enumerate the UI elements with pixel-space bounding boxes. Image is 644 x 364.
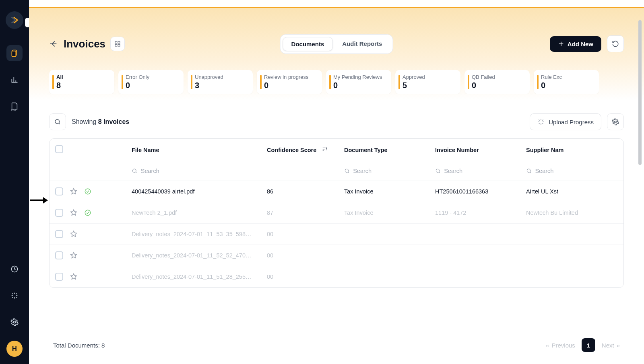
star-icon[interactable] [70,187,78,195]
cell-confidence: 87 [261,202,339,224]
row-checkbox[interactable] [55,273,63,281]
cell-doc-type: Tax Invoice [339,181,429,202]
main-area: Invoices Documents Audit Reports Add New… [29,8,644,364]
cell-file-name: 400425440039 airtel.pdf [126,181,261,202]
cell-file-name: Delivery_notes_2024-07-01_11_51_28_255… [126,266,261,288]
add-new-label: Add New [568,41,593,47]
cell-supplier [520,245,623,266]
svg-rect-6 [115,44,117,46]
status-card-all[interactable]: All8 [49,70,114,94]
col-supplier-name[interactable]: Supplier Nam [520,139,623,161]
search-button[interactable] [49,113,66,130]
star-icon[interactable] [70,251,78,259]
star-icon[interactable] [70,273,78,281]
tab-audit-reports[interactable]: Audit Reports [334,37,390,51]
filter-file-name[interactable] [132,165,256,177]
filter-invoice-number[interactable] [435,165,515,177]
cell-invoice-number: HT25061001166363 [429,181,520,202]
cell-supplier [520,224,623,245]
tab-documents[interactable]: Documents [283,37,333,51]
cell-invoice-number [429,266,520,288]
sidebar-nav-bottom: H [0,261,29,357]
add-new-button[interactable]: Add New [550,36,601,52]
table-row[interactable]: Delivery_notes_2024-07-01_11_51_28_255…0… [50,266,623,288]
status-card-approved[interactable]: Approved5 [395,70,460,94]
status-card-review-in-progress[interactable]: Review in progress0 [257,70,322,94]
cell-supplier: Newtech Bu Limited [520,202,623,224]
sidebar-item-analytics[interactable] [6,72,23,88]
sidebar: PDF H [0,0,29,364]
table-toolbar: Showing 8 Invoices Upload Progress [49,113,644,130]
approved-icon [84,209,91,216]
annotation-arrow [30,192,50,208]
layout-grid-button[interactable] [110,37,125,51]
pager-current[interactable]: 1 [582,338,595,352]
cell-invoice-number: 1119 - 4172 [429,202,520,224]
cell-doc-type [339,245,429,266]
sidebar-item-pdf[interactable]: PDF [6,98,23,114]
sidebar-item-documents[interactable] [6,45,23,61]
cell-supplier [520,266,623,288]
cell-confidence: 00 [261,224,339,245]
cell-supplier: Airtel UL Xst [520,181,623,202]
cell-confidence: 00 [261,266,339,288]
table-settings-button[interactable] [607,113,624,130]
col-doc-type[interactable]: Document Type [339,139,429,161]
table-row[interactable]: Delivery_notes_2024-07-01_11_52_52_470…0… [50,245,623,266]
cell-confidence: 00 [261,245,339,266]
sidebar-item-settings[interactable] [6,314,23,330]
status-filter-strip[interactable]: All8Error Only0Unapproved3Review in prog… [49,70,644,94]
page-title: Invoices [64,38,105,50]
sidebar-item-loading[interactable] [6,288,23,304]
svg-point-11 [345,169,348,172]
table-footer: Total Documents: 8 « Previous 1 Next » [49,331,624,352]
row-checkbox[interactable] [55,251,63,259]
sort-icon [322,146,328,152]
filter-doc-type[interactable] [344,165,424,177]
row-checkbox[interactable] [55,230,63,238]
pager-next[interactable]: Next » [602,342,620,349]
page-scrollbar[interactable] [638,8,642,364]
row-checkbox[interactable] [55,209,63,217]
filter-supplier[interactable] [526,165,618,177]
svg-point-10 [132,169,136,173]
pagination: « Previous 1 Next » [546,338,620,352]
cell-doc-type [339,266,429,288]
svg-point-14 [85,189,91,194]
total-documents: Total Documents: 8 [53,342,105,349]
user-avatar[interactable]: H [6,341,23,357]
table-row[interactable]: Delivery_notes_2024-07-01_11_53_35_598…0… [50,224,623,245]
status-card-unapproved[interactable]: Unapproved3 [188,70,253,94]
pager-prev[interactable]: « Previous [546,342,575,349]
svg-point-13 [527,169,530,172]
svg-point-15 [85,210,91,216]
cell-doc-type [339,224,429,245]
app-logo [6,11,23,29]
showing-count: Showing 8 Invoices [72,118,129,125]
cell-doc-type: Tax Invoice [339,202,429,224]
col-file-name[interactable]: File Name [126,139,261,161]
col-confidence[interactable]: Confidence Score [261,139,339,161]
table-row[interactable]: 400425440039 airtel.pdf86Tax InvoiceHT25… [50,181,623,202]
svg-point-9 [615,121,617,123]
status-card-my-pending-reviews[interactable]: My Pending Reviews0 [326,70,391,94]
table-row[interactable]: NewTech 2_1.pdf87Tax Invoice1119 - 4172N… [50,202,623,224]
back-button[interactable] [49,39,58,48]
star-icon[interactable] [70,209,78,217]
row-checkbox[interactable] [55,187,63,195]
svg-point-3 [14,321,16,323]
svg-rect-7 [118,44,120,46]
status-card-rule-exc[interactable]: Rule Exc0 [534,70,599,94]
sidebar-item-history[interactable] [6,261,23,277]
star-icon[interactable] [70,230,78,238]
status-card-error-only[interactable]: Error Only0 [118,70,184,94]
cell-file-name: Delivery_notes_2024-07-01_11_52_52_470… [126,245,261,266]
upload-progress-button[interactable]: Upload Progress [530,113,601,130]
col-invoice-number[interactable]: Invoice Number [429,139,520,161]
svg-point-12 [436,169,439,172]
refresh-button[interactable] [607,35,624,52]
select-all-checkbox[interactable] [55,145,63,153]
sidebar-nav-top: PDF [6,45,23,114]
cell-file-name: NewTech 2_1.pdf [126,202,261,224]
status-card-qb-failed[interactable]: QB Failed0 [464,70,530,94]
